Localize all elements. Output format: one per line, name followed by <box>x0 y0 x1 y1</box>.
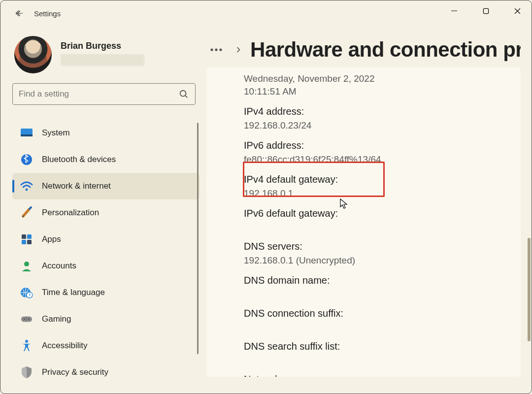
timestamp-date: Wednesday, November 2, 2022 <box>244 73 492 84</box>
close-icon <box>514 7 521 15</box>
svg-point-19 <box>210 48 213 51</box>
ipv4-gateway-label: IPv4 default gateway: <box>244 174 492 185</box>
profile-block[interactable]: Brian Burgess <box>13 35 197 74</box>
svg-rect-6 <box>22 234 26 239</box>
maximize-button[interactable] <box>478 3 493 18</box>
globe-clock-icon <box>20 286 33 299</box>
svg-rect-3 <box>21 134 33 136</box>
sidebar-item-label: Apps <box>42 234 61 244</box>
avatar <box>13 35 53 74</box>
back-button[interactable] <box>10 4 28 22</box>
svg-point-16 <box>26 318 27 319</box>
search-box[interactable] <box>12 83 196 105</box>
sidebar-item-label: Bluetooth & devices <box>42 155 116 164</box>
dns-servers-label: DNS servers: <box>244 241 492 252</box>
shield-icon <box>20 366 33 379</box>
sidebar-item-label: Accessibility <box>42 341 88 351</box>
window-controls <box>447 3 525 18</box>
accessibility-icon <box>20 339 33 352</box>
app-title: Settings <box>34 9 61 18</box>
sidebar-item-time-language[interactable]: Time & language <box>12 279 200 306</box>
wifi-icon <box>20 180 33 193</box>
ipv6-address-label: IPv6 address: <box>244 140 492 151</box>
svg-point-14 <box>24 319 25 320</box>
svg-point-20 <box>215 48 217 51</box>
sidebar-item-personalization[interactable]: Personalization <box>12 199 200 226</box>
paintbrush-icon <box>20 206 33 219</box>
svg-point-1 <box>180 91 186 97</box>
profile-email-redacted <box>61 54 144 66</box>
sidebar-item-label: Personalization <box>42 208 99 218</box>
svg-point-15 <box>28 319 30 320</box>
svg-point-10 <box>24 262 29 266</box>
svg-rect-8 <box>22 240 26 244</box>
ipv4-address-label: IPv4 address: <box>244 106 492 117</box>
svg-rect-7 <box>27 234 32 239</box>
sidebar-item-label: Time & language <box>42 288 105 297</box>
maximize-icon <box>483 8 489 14</box>
main-content: Hardware and connection pro Wednesday, N… <box>201 26 532 394</box>
minimize-button[interactable] <box>447 3 462 18</box>
profile-name: Brian Burgess <box>61 41 144 51</box>
svg-point-5 <box>26 189 28 191</box>
ipv6-gateway-label: IPv6 default gateway: <box>244 208 492 219</box>
scrollbar[interactable] <box>528 238 531 341</box>
apps-icon <box>20 233 33 246</box>
more-horizontal-icon <box>210 48 223 52</box>
sidebar-item-accounts[interactable]: Accounts <box>12 253 200 279</box>
search-input[interactable] <box>19 89 178 99</box>
svg-rect-9 <box>27 240 32 244</box>
sidebar-item-label: Privacy & security <box>42 367 108 377</box>
ipv6-address-value: fe80::86cc:d319:6f25:84ff%13/64 <box>244 154 492 165</box>
sidebar: Brian Burgess System Bluetooth & devices… <box>0 26 201 394</box>
bluetooth-icon <box>20 153 33 166</box>
dns-search-label: DNS search suffix list: <box>244 341 492 352</box>
sidebar-item-label: Gaming <box>42 314 71 324</box>
person-icon <box>20 260 33 272</box>
dns-suffix-label: DNS connection suffix: <box>244 308 492 319</box>
network-name-label: Network name: <box>244 374 492 377</box>
chevron-right-icon <box>235 46 241 53</box>
svg-rect-0 <box>483 8 488 13</box>
ipv4-address-value: 192.168.0.23/24 <box>244 120 492 131</box>
sidebar-item-label: System <box>42 128 70 138</box>
sidebar-item-apps[interactable]: Apps <box>12 226 200 253</box>
more-button[interactable] <box>206 39 226 60</box>
sidebar-item-label: Network & internet <box>42 181 111 191</box>
sidebar-item-gaming[interactable]: Gaming <box>12 306 200 332</box>
close-button[interactable] <box>510 3 525 18</box>
minimize-icon <box>451 7 458 14</box>
sidebar-item-accessibility[interactable]: Accessibility <box>12 332 200 359</box>
search-icon <box>178 89 189 99</box>
svg-rect-13 <box>21 316 32 322</box>
system-icon <box>20 127 33 139</box>
sidebar-item-bluetooth[interactable]: Bluetooth & devices <box>12 146 200 173</box>
gamepad-icon <box>20 313 33 326</box>
page-header: Hardware and connection pro <box>206 38 521 62</box>
sidebar-item-network[interactable]: Network & internet <box>12 173 200 199</box>
svg-point-18 <box>25 340 28 343</box>
page-title: Hardware and connection pro <box>250 38 521 62</box>
sidebar-item-label: Accounts <box>42 261 76 271</box>
sidebar-item-system[interactable]: System <box>12 120 200 146</box>
ipv4-gateway-value: 192.168.0.1 <box>244 188 492 199</box>
svg-point-17 <box>26 320 27 321</box>
details-card: Wednesday, November 2, 2022 10:11:51 AM … <box>206 67 521 377</box>
nav-list: System Bluetooth & devices Network & int… <box>12 120 200 394</box>
dns-domain-label: DNS domain name: <box>244 275 492 286</box>
timestamp-time: 10:11:51 AM <box>244 86 492 97</box>
sidebar-item-privacy[interactable]: Privacy & security <box>12 359 200 386</box>
dns-servers-value: 192.168.0.1 (Unencrypted) <box>244 255 492 266</box>
svg-point-21 <box>219 48 222 51</box>
